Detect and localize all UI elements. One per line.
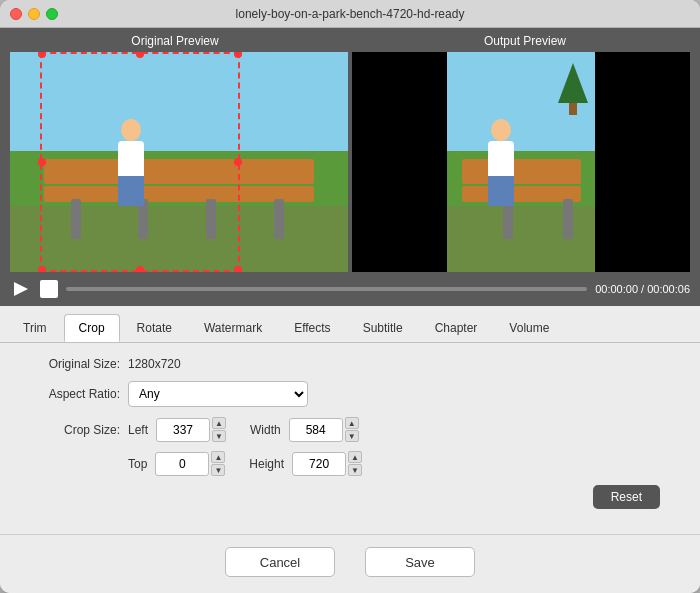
window-title: lonely-boy-on-a-park-bench-4720-hd-ready — [236, 7, 465, 21]
titlebar: lonely-boy-on-a-park-bench-4720-hd-ready — [0, 0, 700, 28]
tab-watermark[interactable]: Watermark — [189, 314, 277, 342]
preview-videos — [0, 52, 700, 272]
left-increment[interactable]: ▲ — [212, 417, 226, 429]
output-boy-body — [488, 141, 514, 176]
height-spinner-buttons: ▲ ▼ — [348, 451, 362, 477]
output-center — [447, 52, 596, 272]
tab-effects[interactable]: Effects — [279, 314, 345, 342]
crop-size-label: Crop Size: — [20, 423, 120, 437]
play-button[interactable] — [10, 278, 32, 300]
left-decrement[interactable]: ▼ — [212, 430, 226, 442]
original-size-label: Original Size: — [20, 357, 120, 371]
output-bench-back2 — [462, 170, 581, 184]
boy-legs — [118, 176, 144, 206]
width-input[interactable] — [289, 418, 343, 442]
original-preview-label: Original Preview — [0, 34, 350, 48]
left-field-group: Left ▲ ▼ — [128, 417, 226, 443]
tabs-bar: Trim Crop Rotate Watermark Effects Subti… — [0, 306, 700, 343]
aspect-ratio-label: Aspect Ratio: — [20, 387, 120, 401]
width-spinner-buttons: ▲ ▼ — [345, 417, 359, 443]
tab-subtitle[interactable]: Subtitle — [348, 314, 418, 342]
crop-handle-tr[interactable] — [234, 52, 242, 58]
maximize-button[interactable] — [46, 8, 58, 20]
height-input[interactable] — [292, 452, 346, 476]
height-label: Height — [249, 457, 284, 471]
bench-leg-3 — [206, 199, 216, 239]
output-tree — [558, 63, 588, 115]
width-field-group: Width ▲ ▼ — [250, 417, 359, 443]
left-spinner: ▲ ▼ — [156, 417, 226, 443]
tab-rotate[interactable]: Rotate — [122, 314, 187, 342]
output-letterbox-left — [352, 52, 447, 272]
crop-size-row-1: Crop Size: Left ▲ ▼ Width ▲ ▼ — [20, 417, 680, 443]
tree-trunk — [569, 103, 577, 115]
height-field-group: Height ▲ ▼ — [249, 451, 362, 477]
crop-handle-tl[interactable] — [38, 52, 46, 58]
progress-bar[interactable] — [66, 287, 587, 291]
tab-volume[interactable]: Volume — [494, 314, 564, 342]
top-spinner: ▲ ▼ — [155, 451, 225, 477]
top-spinner-buttons: ▲ ▼ — [211, 451, 225, 477]
preview-labels: Original Preview Output Preview — [0, 28, 700, 52]
top-input[interactable] — [155, 452, 209, 476]
width-increment[interactable]: ▲ — [345, 417, 359, 429]
crop-handle-bm[interactable] — [136, 266, 144, 272]
top-field-group: Top ▲ ▼ — [128, 451, 225, 477]
reset-row: Reset — [20, 485, 680, 509]
top-decrement[interactable]: ▼ — [211, 464, 225, 476]
preview-area: Original Preview Output Preview — [0, 28, 700, 306]
crop-size-row-2: Top ▲ ▼ Height ▲ ▼ — [20, 451, 680, 477]
close-button[interactable] — [10, 8, 22, 20]
aspect-ratio-row: Aspect Ratio: Any 16:9 4:3 1:1 9:16 Cust… — [20, 381, 680, 407]
crop-handle-bl[interactable] — [38, 266, 46, 272]
height-decrement[interactable]: ▼ — [348, 464, 362, 476]
output-boy — [488, 119, 514, 206]
bench-leg-4 — [274, 199, 284, 239]
crop-panel: Original Size: 1280x720 Aspect Ratio: An… — [0, 343, 700, 534]
width-decrement[interactable]: ▼ — [345, 430, 359, 442]
tab-crop[interactable]: Crop — [64, 314, 120, 342]
top-label: Top — [128, 457, 147, 471]
width-spinner: ▲ ▼ — [289, 417, 359, 443]
output-scene — [447, 52, 596, 272]
bench-back2 — [44, 170, 314, 184]
aspect-ratio-select[interactable]: Any 16:9 4:3 1:1 9:16 Custom — [128, 381, 308, 407]
boy-body — [118, 141, 144, 176]
original-video-frame — [10, 52, 348, 272]
bench-leg-1 — [71, 199, 81, 239]
crop-handle-br[interactable] — [234, 266, 242, 272]
boy-head — [121, 119, 141, 141]
save-button[interactable]: Save — [365, 547, 475, 577]
left-input[interactable] — [156, 418, 210, 442]
reset-button[interactable]: Reset — [593, 485, 660, 509]
minimize-button[interactable] — [28, 8, 40, 20]
height-increment[interactable]: ▲ — [348, 451, 362, 463]
bottom-bar: Cancel Save — [0, 534, 700, 593]
original-size-row: Original Size: 1280x720 — [20, 357, 680, 371]
boy-figure — [118, 119, 144, 206]
output-preview-label: Output Preview — [350, 34, 700, 48]
output-video-frame — [352, 52, 690, 272]
output-boy-legs — [488, 176, 514, 206]
play-icon — [14, 282, 28, 296]
original-size-value: 1280x720 — [128, 357, 181, 371]
output-boy-head — [491, 119, 511, 141]
output-letterbox-right — [595, 52, 690, 272]
cancel-button[interactable]: Cancel — [225, 547, 335, 577]
top-increment[interactable]: ▲ — [211, 451, 225, 463]
left-spinner-buttons: ▲ ▼ — [212, 417, 226, 443]
width-label: Width — [250, 423, 281, 437]
main-window: lonely-boy-on-a-park-bench-4720-hd-ready… — [0, 0, 700, 593]
stop-button[interactable] — [40, 280, 58, 298]
original-scene — [10, 52, 348, 272]
tab-chapter[interactable]: Chapter — [420, 314, 493, 342]
playback-controls: 00:00:00 / 00:00:06 — [0, 272, 700, 306]
time-display: 00:00:00 / 00:00:06 — [595, 283, 690, 295]
tree-top — [558, 63, 588, 103]
tab-trim[interactable]: Trim — [8, 314, 62, 342]
height-spinner: ▲ ▼ — [292, 451, 362, 477]
output-bench-leg-2 — [563, 199, 573, 239]
window-controls — [10, 8, 58, 20]
crop-handle-tm[interactable] — [136, 52, 144, 58]
left-label: Left — [128, 423, 148, 437]
